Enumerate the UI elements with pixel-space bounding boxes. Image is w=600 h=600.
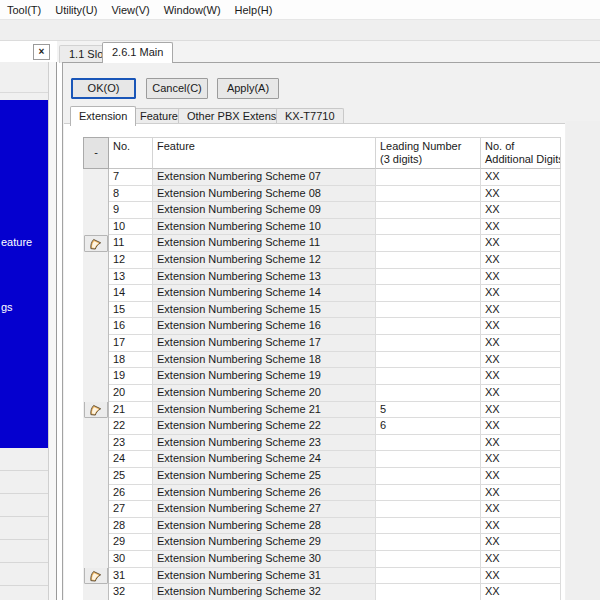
table-row[interactable]: 15 Extension Numbering Scheme 15 XX <box>83 302 561 319</box>
cell-leading[interactable] <box>376 252 481 269</box>
cell-feature[interactable]: Extension Numbering Scheme 21 <box>153 402 376 419</box>
cell-no[interactable]: 30 <box>109 551 153 568</box>
table-row[interactable]: 18 Extension Numbering Scheme 18 XX <box>83 352 561 369</box>
ok-button[interactable]: OK(O) <box>71 78 136 99</box>
cell-additional[interactable]: XX <box>481 451 561 468</box>
cell-leading[interactable]: 5 <box>376 402 481 419</box>
sidebar-lower-list[interactable] <box>0 448 48 600</box>
cell-leading[interactable] <box>376 501 481 518</box>
cell-leading[interactable] <box>376 352 481 369</box>
row-selector-cell[interactable] <box>83 518 109 535</box>
column-header-no[interactable]: No. <box>109 137 153 169</box>
cell-feature[interactable]: Extension Numbering Scheme 16 <box>153 318 376 335</box>
cell-no[interactable]: 17 <box>109 335 153 352</box>
cell-leading[interactable] <box>376 551 481 568</box>
table-row[interactable]: 13 Extension Numbering Scheme 13 XX <box>83 269 561 286</box>
row-selector-cell[interactable] <box>83 468 109 485</box>
cell-additional[interactable]: XX <box>481 269 561 286</box>
cell-additional[interactable]: XX <box>481 435 561 452</box>
table-row[interactable]: 22 Extension Numbering Scheme 22 6 XX <box>83 418 561 435</box>
cell-no[interactable]: 15 <box>109 302 153 319</box>
cell-no[interactable]: 10 <box>109 219 153 236</box>
table-row[interactable]: 21 Extension Numbering Scheme 21 5 XX <box>83 402 561 419</box>
cell-feature[interactable]: Extension Numbering Scheme 12 <box>153 252 376 269</box>
row-selector-cell[interactable] <box>83 368 109 385</box>
cell-feature[interactable]: Extension Numbering Scheme 29 <box>153 534 376 551</box>
table-row[interactable]: 16 Extension Numbering Scheme 16 XX <box>83 318 561 335</box>
cell-leading[interactable] <box>376 235 481 252</box>
cell-no[interactable]: 8 <box>109 186 153 203</box>
row-selector-cell[interactable] <box>83 534 109 551</box>
cell-feature[interactable]: Extension Numbering Scheme 11 <box>153 235 376 252</box>
cell-additional[interactable]: XX <box>481 219 561 236</box>
cell-leading[interactable] <box>376 285 481 302</box>
column-header-feature[interactable]: Feature <box>153 137 376 169</box>
cell-no[interactable]: 26 <box>109 485 153 502</box>
cancel-button[interactable]: Cancel(C) <box>146 78 208 99</box>
cell-additional[interactable]: XX <box>481 335 561 352</box>
table-row[interactable]: 25 Extension Numbering Scheme 25 XX <box>83 468 561 485</box>
row-selector-cell[interactable] <box>83 485 109 502</box>
cell-no[interactable]: 25 <box>109 468 153 485</box>
row-selector-cell[interactable] <box>83 219 109 236</box>
menu-tool[interactable]: Tool(T) <box>0 2 48 18</box>
cell-additional[interactable]: XX <box>481 501 561 518</box>
cell-no[interactable]: 27 <box>109 501 153 518</box>
cell-feature[interactable]: Extension Numbering Scheme 25 <box>153 468 376 485</box>
row-selector-cell[interactable] <box>83 385 109 402</box>
row-selector-cell[interactable] <box>83 285 109 302</box>
cell-leading[interactable] <box>376 385 481 402</box>
row-selector-cell[interactable] <box>83 235 109 252</box>
cell-additional[interactable]: XX <box>481 568 561 585</box>
row-selector-cell[interactable] <box>83 501 109 518</box>
row-selector-cell[interactable] <box>83 169 109 186</box>
cell-additional[interactable]: XX <box>481 285 561 302</box>
cell-feature[interactable]: Extension Numbering Scheme 10 <box>153 219 376 236</box>
cell-leading[interactable] <box>376 202 481 219</box>
cell-no[interactable]: 28 <box>109 518 153 535</box>
row-selector-cell[interactable] <box>83 435 109 452</box>
cell-leading[interactable] <box>376 451 481 468</box>
cell-no[interactable]: 32 <box>109 584 153 600</box>
cell-leading[interactable] <box>376 318 481 335</box>
cell-additional[interactable]: XX <box>481 252 561 269</box>
cell-additional[interactable]: XX <box>481 402 561 419</box>
cell-feature[interactable]: Extension Numbering Scheme 30 <box>153 551 376 568</box>
table-row[interactable]: 29 Extension Numbering Scheme 29 XX <box>83 534 561 551</box>
cell-no[interactable]: 16 <box>109 318 153 335</box>
cell-no[interactable]: 7 <box>109 169 153 186</box>
table-row[interactable]: 7 Extension Numbering Scheme 07 XX <box>83 169 561 186</box>
cell-additional[interactable]: XX <box>481 534 561 551</box>
cell-no[interactable]: 23 <box>109 435 153 452</box>
cell-additional[interactable]: XX <box>481 418 561 435</box>
cell-additional[interactable]: XX <box>481 485 561 502</box>
close-icon[interactable]: × <box>33 44 50 60</box>
cell-no[interactable]: 13 <box>109 269 153 286</box>
table-row[interactable]: 11 Extension Numbering Scheme 11 XX <box>83 235 561 252</box>
cell-leading[interactable] <box>376 568 481 585</box>
cell-feature[interactable]: Extension Numbering Scheme 23 <box>153 435 376 452</box>
cell-feature[interactable]: Extension Numbering Scheme 07 <box>153 169 376 186</box>
cell-leading[interactable] <box>376 186 481 203</box>
table-row[interactable]: 32 Extension Numbering Scheme 32 XX <box>83 584 561 600</box>
row-selector-cell[interactable] <box>83 584 109 600</box>
cell-no[interactable]: 14 <box>109 285 153 302</box>
menu-view[interactable]: View(V) <box>104 2 156 18</box>
sidebar-item-fragment[interactable]: eature <box>1 236 32 248</box>
cell-no[interactable]: 11 <box>109 235 153 252</box>
cell-feature[interactable]: Extension Numbering Scheme 18 <box>153 352 376 369</box>
column-header-leading-number[interactable]: Leading Number (3 digits) <box>376 137 481 169</box>
cell-no[interactable]: 20 <box>109 385 153 402</box>
row-selector-cell[interactable] <box>83 318 109 335</box>
cell-leading[interactable] <box>376 435 481 452</box>
cell-feature[interactable]: Extension Numbering Scheme 24 <box>153 451 376 468</box>
cell-leading[interactable] <box>376 335 481 352</box>
apply-button[interactable]: Apply(A) <box>217 78 279 99</box>
cell-no[interactable]: 12 <box>109 252 153 269</box>
cell-leading[interactable]: 6 <box>376 418 481 435</box>
table-row[interactable]: 23 Extension Numbering Scheme 23 XX <box>83 435 561 452</box>
table-row[interactable]: 10 Extension Numbering Scheme 10 XX <box>83 219 561 236</box>
table-row[interactable]: 14 Extension Numbering Scheme 14 XX <box>83 285 561 302</box>
row-selector-cell[interactable] <box>83 252 109 269</box>
cell-leading[interactable] <box>376 485 481 502</box>
